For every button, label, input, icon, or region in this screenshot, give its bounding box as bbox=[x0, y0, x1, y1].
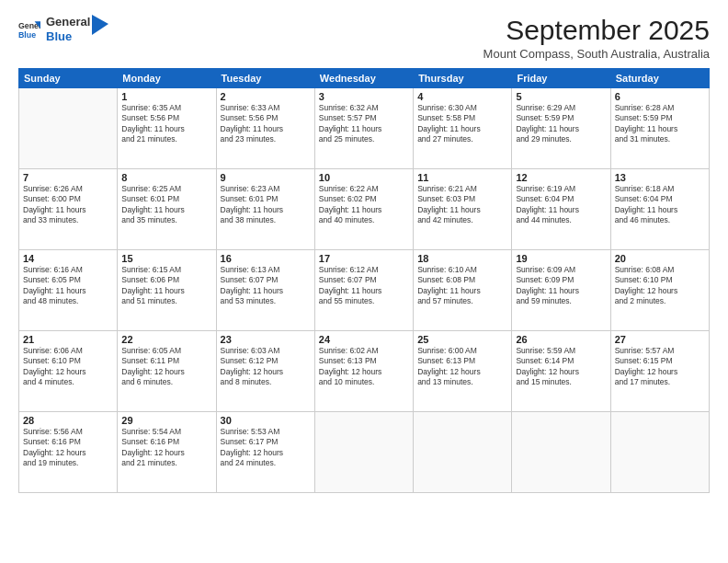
logo-general-text: General bbox=[46, 15, 90, 29]
day-info: Sunrise: 6:12 AMSunset: 6:07 PMDaylight:… bbox=[319, 265, 409, 307]
day-info: Sunrise: 5:57 AMSunset: 6:15 PMDaylight:… bbox=[615, 346, 705, 388]
calendar-cell: 25Sunrise: 6:00 AMSunset: 6:13 PMDayligh… bbox=[414, 331, 512, 412]
calendar-cell: 20Sunrise: 6:08 AMSunset: 6:10 PMDayligh… bbox=[610, 250, 709, 331]
logo-arrow-icon bbox=[92, 15, 108, 35]
calendar-cell: 3Sunrise: 6:32 AMSunset: 5:57 PMDaylight… bbox=[314, 88, 413, 169]
day-number: 19 bbox=[516, 253, 606, 264]
svg-marker-3 bbox=[92, 15, 108, 35]
calendar-week-5: 28Sunrise: 5:56 AMSunset: 6:16 PMDayligh… bbox=[19, 412, 710, 493]
day-info: Sunrise: 6:16 AMSunset: 6:05 PMDaylight:… bbox=[23, 265, 113, 307]
day-info: Sunrise: 6:21 AMSunset: 6:03 PMDaylight:… bbox=[417, 184, 507, 226]
calendar-week-4: 21Sunrise: 6:06 AMSunset: 6:10 PMDayligh… bbox=[19, 331, 710, 412]
day-info: Sunrise: 6:02 AMSunset: 6:13 PMDaylight:… bbox=[319, 346, 409, 388]
day-info: Sunrise: 5:56 AMSunset: 6:16 PMDaylight:… bbox=[23, 427, 113, 469]
calendar-cell bbox=[19, 88, 118, 169]
calendar-cell bbox=[610, 412, 709, 493]
day-info: Sunrise: 6:19 AMSunset: 6:04 PMDaylight:… bbox=[516, 184, 606, 226]
calendar-cell: 23Sunrise: 6:03 AMSunset: 6:12 PMDayligh… bbox=[216, 331, 314, 412]
calendar-cell: 21Sunrise: 6:06 AMSunset: 6:10 PMDayligh… bbox=[19, 331, 118, 412]
calendar-cell bbox=[414, 412, 512, 493]
day-info: Sunrise: 6:28 AMSunset: 5:59 PMDaylight:… bbox=[615, 103, 705, 145]
weekday-header-friday: Friday bbox=[512, 69, 610, 88]
calendar-header: SundayMondayTuesdayWednesdayThursdayFrid… bbox=[19, 69, 710, 88]
calendar-cell: 2Sunrise: 6:33 AMSunset: 5:56 PMDaylight… bbox=[216, 88, 314, 169]
logo-icon: General Blue bbox=[18, 18, 40, 40]
day-number: 21 bbox=[23, 334, 113, 345]
calendar-cell: 27Sunrise: 5:57 AMSunset: 6:15 PMDayligh… bbox=[610, 331, 709, 412]
day-info: Sunrise: 5:54 AMSunset: 6:16 PMDaylight:… bbox=[121, 427, 211, 469]
day-info: Sunrise: 6:29 AMSunset: 5:59 PMDaylight:… bbox=[516, 103, 606, 145]
calendar-cell: 13Sunrise: 6:18 AMSunset: 6:04 PMDayligh… bbox=[610, 169, 709, 250]
calendar-cell: 11Sunrise: 6:21 AMSunset: 6:03 PMDayligh… bbox=[414, 169, 512, 250]
calendar-page: General Blue General Blue September 2025… bbox=[0, 0, 728, 563]
day-number: 26 bbox=[516, 334, 606, 345]
day-info: Sunrise: 6:23 AMSunset: 6:01 PMDaylight:… bbox=[221, 184, 311, 226]
day-info: Sunrise: 6:06 AMSunset: 6:10 PMDaylight:… bbox=[23, 346, 113, 388]
calendar-cell: 5Sunrise: 6:29 AMSunset: 5:59 PMDaylight… bbox=[512, 88, 610, 169]
calendar-cell: 17Sunrise: 6:12 AMSunset: 6:07 PMDayligh… bbox=[314, 250, 413, 331]
calendar-cell: 15Sunrise: 6:15 AMSunset: 6:06 PMDayligh… bbox=[118, 250, 216, 331]
weekday-header-monday: Monday bbox=[118, 69, 216, 88]
calendar-body: 1Sunrise: 6:35 AMSunset: 5:56 PMDaylight… bbox=[19, 88, 710, 493]
day-info: Sunrise: 6:18 AMSunset: 6:04 PMDaylight:… bbox=[615, 184, 705, 226]
day-info: Sunrise: 6:00 AMSunset: 6:13 PMDaylight:… bbox=[417, 346, 507, 388]
day-number: 4 bbox=[417, 91, 507, 102]
calendar-cell: 29Sunrise: 5:54 AMSunset: 6:16 PMDayligh… bbox=[118, 412, 216, 493]
day-info: Sunrise: 6:03 AMSunset: 6:12 PMDaylight:… bbox=[221, 346, 311, 388]
day-info: Sunrise: 6:30 AMSunset: 5:58 PMDaylight:… bbox=[417, 103, 507, 145]
day-number: 11 bbox=[417, 172, 507, 183]
weekday-header-thursday: Thursday bbox=[414, 69, 512, 88]
day-number: 28 bbox=[23, 415, 113, 426]
calendar-cell bbox=[314, 412, 413, 493]
day-number: 16 bbox=[221, 253, 311, 264]
day-number: 24 bbox=[319, 334, 409, 345]
location: Mount Compass, South Australia, Australi… bbox=[483, 47, 710, 61]
day-number: 2 bbox=[221, 91, 311, 102]
day-number: 18 bbox=[417, 253, 507, 264]
day-number: 14 bbox=[23, 253, 113, 264]
calendar-cell: 30Sunrise: 5:53 AMSunset: 6:17 PMDayligh… bbox=[216, 412, 314, 493]
day-number: 10 bbox=[319, 172, 409, 183]
calendar-week-2: 7Sunrise: 6:26 AMSunset: 6:00 PMDaylight… bbox=[19, 169, 710, 250]
month-title: September 2025 bbox=[483, 15, 710, 45]
day-info: Sunrise: 6:05 AMSunset: 6:11 PMDaylight:… bbox=[121, 346, 211, 388]
day-number: 22 bbox=[121, 334, 211, 345]
calendar-cell: 8Sunrise: 6:25 AMSunset: 6:01 PMDaylight… bbox=[118, 169, 216, 250]
day-number: 5 bbox=[516, 91, 606, 102]
calendar-week-3: 14Sunrise: 6:16 AMSunset: 6:05 PMDayligh… bbox=[19, 250, 710, 331]
day-number: 9 bbox=[221, 172, 311, 183]
day-number: 17 bbox=[319, 253, 409, 264]
day-info: Sunrise: 6:32 AMSunset: 5:57 PMDaylight:… bbox=[319, 103, 409, 145]
calendar-cell: 24Sunrise: 6:02 AMSunset: 6:13 PMDayligh… bbox=[314, 331, 413, 412]
calendar-cell bbox=[512, 412, 610, 493]
day-info: Sunrise: 6:25 AMSunset: 6:01 PMDaylight:… bbox=[121, 184, 211, 226]
day-number: 1 bbox=[121, 91, 211, 102]
calendar-cell: 6Sunrise: 6:28 AMSunset: 5:59 PMDaylight… bbox=[610, 88, 709, 169]
calendar-cell: 4Sunrise: 6:30 AMSunset: 5:58 PMDaylight… bbox=[414, 88, 512, 169]
day-info: Sunrise: 5:53 AMSunset: 6:17 PMDaylight:… bbox=[221, 427, 311, 469]
svg-text:Blue: Blue bbox=[18, 29, 36, 39]
calendar-cell: 16Sunrise: 6:13 AMSunset: 6:07 PMDayligh… bbox=[216, 250, 314, 331]
day-number: 7 bbox=[23, 172, 113, 183]
day-number: 30 bbox=[221, 415, 311, 426]
day-number: 29 bbox=[121, 415, 211, 426]
day-info: Sunrise: 6:33 AMSunset: 5:56 PMDaylight:… bbox=[221, 103, 311, 145]
day-number: 27 bbox=[615, 334, 705, 345]
day-info: Sunrise: 6:08 AMSunset: 6:10 PMDaylight:… bbox=[615, 265, 705, 307]
day-info: Sunrise: 5:59 AMSunset: 6:14 PMDaylight:… bbox=[516, 346, 606, 388]
logo-blue-text: Blue bbox=[46, 29, 90, 44]
calendar-cell: 14Sunrise: 6:16 AMSunset: 6:05 PMDayligh… bbox=[19, 250, 118, 331]
calendar-cell: 19Sunrise: 6:09 AMSunset: 6:09 PMDayligh… bbox=[512, 250, 610, 331]
day-info: Sunrise: 6:09 AMSunset: 6:09 PMDaylight:… bbox=[516, 265, 606, 307]
calendar-cell: 18Sunrise: 6:10 AMSunset: 6:08 PMDayligh… bbox=[414, 250, 512, 331]
day-info: Sunrise: 6:13 AMSunset: 6:07 PMDaylight:… bbox=[221, 265, 311, 307]
title-block: September 2025 Mount Compass, South Aust… bbox=[483, 15, 710, 61]
calendar-cell: 9Sunrise: 6:23 AMSunset: 6:01 PMDaylight… bbox=[216, 169, 314, 250]
weekday-header-sunday: Sunday bbox=[19, 69, 118, 88]
day-number: 23 bbox=[221, 334, 311, 345]
day-info: Sunrise: 6:26 AMSunset: 6:00 PMDaylight:… bbox=[23, 184, 113, 226]
calendar-cell: 12Sunrise: 6:19 AMSunset: 6:04 PMDayligh… bbox=[512, 169, 610, 250]
day-info: Sunrise: 6:35 AMSunset: 5:56 PMDaylight:… bbox=[121, 103, 211, 145]
calendar-cell: 22Sunrise: 6:05 AMSunset: 6:11 PMDayligh… bbox=[118, 331, 216, 412]
calendar-cell: 28Sunrise: 5:56 AMSunset: 6:16 PMDayligh… bbox=[19, 412, 118, 493]
